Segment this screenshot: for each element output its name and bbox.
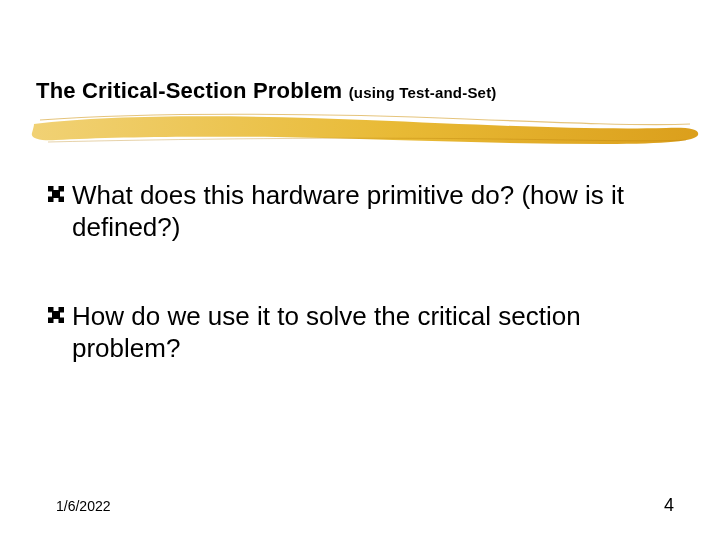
- title-area: The Critical-Section Problem (using Test…: [36, 78, 684, 104]
- bullet-item: What does this hardware primitive do? (h…: [46, 180, 686, 243]
- bullet-text: What does this hardware primitive do? (h…: [72, 180, 686, 243]
- footer: 1/6/2022 4: [56, 495, 674, 516]
- bullet-text: How do we use it to solve the critical s…: [72, 301, 686, 364]
- dingbat-icon: [46, 184, 66, 208]
- dingbat-icon: [46, 305, 66, 329]
- footer-date: 1/6/2022: [56, 498, 111, 514]
- slide: The Critical-Section Problem (using Test…: [0, 0, 720, 540]
- bullet-item: How do we use it to solve the critical s…: [46, 301, 686, 364]
- footer-page-number: 4: [664, 495, 674, 516]
- svg-rect-4: [52, 190, 60, 198]
- content-area: What does this hardware primitive do? (h…: [46, 180, 686, 423]
- slide-title-sub: (using Test-and-Set): [349, 84, 497, 101]
- title-underline: [26, 106, 706, 152]
- slide-title-main: The Critical-Section Problem: [36, 78, 349, 103]
- svg-rect-9: [52, 311, 60, 319]
